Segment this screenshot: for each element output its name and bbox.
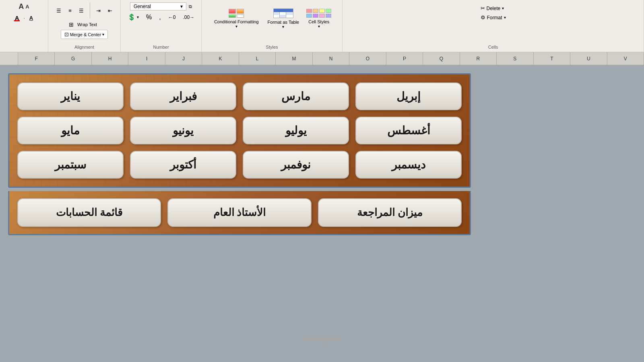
month-button-dezembro[interactable]: ديسمبر <box>355 151 462 179</box>
number-section-label: Number <box>121 45 201 49</box>
excel-toolbar: A A A · A ☰ ≡ ☰ ⇥ ⇤ ⊞ Wrap Text <box>0 0 644 52</box>
month-button-setembro[interactable]: سبتمبر <box>17 151 124 179</box>
col-header-f[interactable]: F <box>18 52 55 65</box>
number-section: General ▾ ⧉ 💲 ▾ % , ←0 .00→ Number <box>121 0 202 52</box>
alignment-section: ☰ ≡ ☰ ⇥ ⇤ ⊞ Wrap Text ⊡ Merge & Center ▾… <box>48 0 121 52</box>
font-color-btn[interactable]: A <box>12 13 22 23</box>
month-button-yolyo[interactable]: يوليو <box>243 117 349 144</box>
month-button-yanaer[interactable]: يناير <box>17 82 124 110</box>
align-right-btn[interactable]: ☰ <box>76 6 87 15</box>
col-header-p[interactable]: P <box>386 52 423 65</box>
col-header-h[interactable]: H <box>92 52 128 65</box>
month-button-yonyo[interactable]: يونيو <box>130 117 236 144</box>
comma-btn[interactable]: , <box>156 12 163 22</box>
col-header-q[interactable]: Q <box>423 52 460 65</box>
delete-btn[interactable]: ✂ Delete ▾ <box>477 4 510 12</box>
format-icon: ⚙ <box>481 14 485 21</box>
col-header-v[interactable]: V <box>607 52 644 65</box>
action-btn-mizan[interactable]: ميزان المراجعة <box>318 198 462 227</box>
col-header-m[interactable]: M <box>276 52 312 65</box>
col-header-j[interactable]: J <box>165 52 202 65</box>
col-header-k[interactable]: K <box>202 52 239 65</box>
merge-center-btn[interactable]: ⊡ Merge & Center ▾ <box>61 30 108 39</box>
column-headers-bar: F G H I J K L M N O P Q R S T U V <box>0 52 644 65</box>
action-btn-qaema[interactable]: قائمة الحسابات <box>17 198 161 227</box>
row-number-spacer <box>0 52 18 65</box>
col-header-t[interactable]: T <box>534 52 570 65</box>
col-header-u[interactable]: U <box>570 52 607 65</box>
currency-btn[interactable]: 💲 ▾ <box>125 12 142 22</box>
styles-section: Conditional Formatting ▾ <box>202 0 343 52</box>
month-button-mayo[interactable]: مايو <box>17 117 124 144</box>
font-section: A A A · A <box>0 0 48 52</box>
cells-section-label: Cells <box>343 45 644 49</box>
underline-btn[interactable]: A <box>27 14 36 22</box>
format-btn[interactable]: ⚙ Format ▾ <box>477 13 510 22</box>
spreadsheet-container: يناير فبراير مارس إبريل مايو يونيو يوليو… <box>8 73 636 354</box>
alignment-section-label: Alignment <box>48 45 120 49</box>
month-button-novembro[interactable]: نوفمبر <box>243 151 349 179</box>
col-header-l[interactable]: L <box>239 52 276 65</box>
wrap-text-icon: ⊞ <box>69 21 74 28</box>
format-as-table-btn[interactable]: Format as Table ▾ <box>266 2 301 35</box>
month-button-outubro[interactable]: أكتوبر <box>130 151 236 179</box>
decimal-decrease-btn[interactable]: ←0 <box>165 13 179 21</box>
cell-styles-btn[interactable]: Cell Styles ▾ <box>304 2 333 35</box>
watermark: mostaqi.com <box>302 335 341 342</box>
indent-increase-btn[interactable]: ⇥ <box>93 6 103 15</box>
month-button-aghostos[interactable]: أغسطس <box>355 117 462 144</box>
bottom-actions-panel: قائمة الحسابات الأستاذ العام ميزان المرا… <box>8 191 471 235</box>
delete-icon: ✂ <box>481 5 485 11</box>
align-left-btn[interactable]: ☰ <box>54 6 64 15</box>
col-header-s[interactable]: S <box>497 52 533 65</box>
styles-section-label: Styles <box>202 45 342 49</box>
col-header-o[interactable]: O <box>349 52 386 65</box>
month-button-febraer[interactable]: فبراير <box>130 82 236 110</box>
content-wrapper: يناير فبراير مارس إبريل مايو يونيو يوليو… <box>8 73 471 235</box>
number-section-expander[interactable]: ⧉ <box>189 4 192 9</box>
percent-btn[interactable]: % <box>143 12 155 22</box>
wrap-text-btn[interactable]: Wrap Text <box>74 21 100 28</box>
col-header-r[interactable]: R <box>460 52 497 65</box>
months-grid-panel: يناير فبراير مارس إبريل مايو يونيو يوليو… <box>8 73 471 188</box>
spreadsheet-area: يناير فبراير مارس إبريل مايو يونيو يوليو… <box>0 65 644 362</box>
number-format-dropdown[interactable]: General ▾ <box>130 2 186 10</box>
indent-decrease-btn[interactable]: ⇤ <box>105 6 115 15</box>
col-header-n[interactable]: N <box>313 52 349 65</box>
col-header-g[interactable]: G <box>55 52 91 65</box>
col-header-i[interactable]: I <box>128 52 165 65</box>
font-size-a-large: A <box>19 2 24 11</box>
action-btn-ostaz[interactable]: الأستاذ العام <box>167 198 311 227</box>
month-button-ibril[interactable]: إبريل <box>355 82 462 110</box>
insert-delete-format-group: ✂ Delete ▾ ⚙ Format ▾ <box>477 4 510 22</box>
decimal-increase-btn[interactable]: .00→ <box>180 13 197 21</box>
month-button-mars[interactable]: مارس <box>243 82 349 110</box>
cells-section: ✂ Delete ▾ ⚙ Format ▾ Cells <box>343 0 644 52</box>
conditional-formatting-btn[interactable]: Conditional Formatting ▾ <box>211 2 262 35</box>
font-size-a-small: A <box>25 4 29 10</box>
align-center-btn[interactable]: ≡ <box>66 6 74 15</box>
